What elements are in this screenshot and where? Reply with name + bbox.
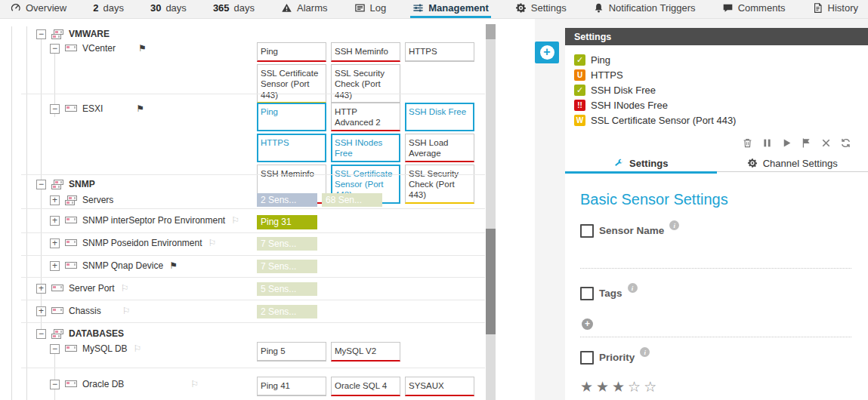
flag-icon[interactable]: ⚑ [169, 261, 178, 270]
sensor-box[interactable]: HTTPS [405, 42, 474, 62]
close-button[interactable] [820, 137, 832, 149]
flag-icon[interactable]: ⚐ [209, 238, 217, 248]
status-up-icon: ✓ [574, 85, 585, 96]
sensor-box[interactable]: Ping [257, 103, 326, 131]
collapse-toggle[interactable]: − [36, 180, 46, 189]
tags-checkbox[interactable] [580, 287, 594, 300]
refresh-button[interactable] [840, 137, 851, 149]
selected-sensor-item[interactable]: WSSL Certificate Sensor (Port 443) [574, 115, 860, 126]
nav-item-management[interactable]: Management [410, 0, 490, 18]
filled-stars[interactable]: ★★★ [580, 379, 628, 395]
collapse-toggle[interactable]: − [36, 329, 46, 339]
tree-label[interactable]: SNMP interSeptor Pro Environment [82, 216, 225, 226]
sensor-box[interactable]: MySQL V2 [331, 342, 400, 362]
nav-item-settings[interactable]: Settings [513, 0, 569, 18]
scrollbar-thumb[interactable] [486, 229, 496, 334]
nav-item-overview[interactable]: Overview [8, 0, 69, 18]
flag-icon[interactable]: ⚐ [190, 380, 199, 389]
selected-sensor-item[interactable]: ✓SSH Disk Free [574, 85, 860, 96]
play-button[interactable] [781, 137, 792, 149]
bell-icon [593, 2, 604, 14]
sensor-box[interactable]: SYSAUX [405, 377, 474, 396]
collapse-toggle[interactable]: − [50, 344, 60, 354]
nav-item-history[interactable]: History [810, 0, 860, 18]
sensor-box[interactable]: SSH Load Average [405, 134, 474, 162]
device-icon [51, 284, 63, 292]
expand-toggle[interactable]: + [36, 306, 46, 316]
selected-sensor-item[interactable]: !!SSH INodes Free [574, 100, 860, 111]
collapse-toggle[interactable]: − [50, 44, 60, 54]
info-icon[interactable]: i [628, 283, 638, 293]
nav-item-alarms[interactable]: Alarms [279, 0, 329, 18]
info-icon[interactable]: i [669, 220, 679, 230]
tree-scrollbar[interactable] [486, 24, 496, 400]
sensor-box[interactable]: Ping 5 [257, 342, 326, 362]
expand-toggle[interactable]: + [50, 261, 60, 271]
priority-stars[interactable]: ★★★☆☆ [580, 378, 851, 395]
tree-label[interactable]: SNMP Qnap Device [82, 261, 163, 271]
sensor-box[interactable]: HTTP Advanced 2 [331, 103, 400, 131]
selected-sensor-item[interactable]: ✓Ping [574, 54, 860, 66]
tab-channel-settings[interactable]: Channel Settings [717, 155, 868, 172]
tree-label[interactable]: DATABASES [69, 329, 124, 339]
tree-label[interactable]: Chassis [69, 306, 101, 316]
flag-icon[interactable]: ⚐ [121, 284, 129, 293]
collapse-toggle[interactable]: − [50, 380, 60, 389]
sensor-count-badge[interactable]: 7 Sens... [257, 260, 317, 273]
collapse-toggle[interactable]: − [36, 29, 46, 39]
sensor-box[interactable]: SSH INodes Free [331, 134, 400, 162]
tree-label[interactable]: SNMP [69, 180, 95, 189]
flag-button[interactable] [801, 137, 812, 149]
expand-toggle[interactable]: + [36, 284, 46, 294]
tree-label[interactable]: SNMP Poseidon Environment [82, 238, 202, 248]
info-icon[interactable]: i [640, 347, 650, 357]
sensor-count-badge[interactable]: 68 Sen... [322, 193, 382, 207]
nav-item-notification-triggers[interactable]: Notification Triggers [591, 0, 698, 18]
flag-icon[interactable]: ⚑ [136, 104, 144, 113]
nav-item-days[interactable]: 30days [148, 0, 189, 18]
flag-icon[interactable]: ⚐ [231, 216, 239, 225]
sensor-count-badge[interactable]: 7 Sens... [257, 237, 317, 251]
nav-item-number: 365 [213, 2, 230, 14]
tree-label[interactable]: Oracle DB [82, 380, 124, 389]
tree-label[interactable]: VMWARE [69, 29, 110, 39]
tree-label[interactable]: Servers [82, 195, 113, 205]
flag-icon[interactable]: ⚐ [122, 306, 131, 315]
nav-item-comments[interactable]: Comments [720, 0, 788, 18]
add-tag-button[interactable]: + [582, 318, 593, 330]
add-sensor-button[interactable]: + [535, 42, 559, 63]
sensor-box[interactable]: Oracle SQL 4 [331, 377, 400, 396]
sensor-box[interactable]: HTTPS [257, 134, 326, 162]
device-icon [65, 380, 77, 388]
tree-label[interactable]: VCenter [82, 44, 116, 54]
expand-toggle[interactable]: + [50, 238, 60, 248]
trash-button[interactable] [742, 137, 753, 149]
nav-item-days[interactable]: 2days [91, 0, 126, 18]
selected-sensor-item[interactable]: UHTTPS [574, 69, 860, 81]
sensor-count-badge[interactable]: Ping 31 [257, 215, 317, 229]
sensor-box[interactable]: SSH Disk Free [405, 103, 474, 131]
tree-label[interactable]: Server Port [69, 284, 115, 294]
tree-device-row: −VCenter⚑PingSSH MeminfoHTTPSSSL Certifi… [0, 42, 535, 94]
sensor-box[interactable]: Ping [257, 42, 326, 62]
sensor-box[interactable]: SSH Meminfo [331, 42, 400, 62]
pause-button[interactable] [761, 137, 773, 149]
nav-item-days[interactable]: 365days [211, 0, 257, 18]
expand-toggle[interactable]: + [50, 216, 60, 226]
sensor-count-badge[interactable]: 2 Sens... [257, 305, 317, 318]
flag-icon[interactable]: ⚑ [138, 44, 147, 53]
collapse-toggle[interactable]: − [50, 104, 60, 114]
sensor-box[interactable]: Ping 41 [257, 377, 326, 396]
sensor-name-checkbox[interactable] [580, 224, 594, 238]
settings-panel-title: Settings [574, 32, 611, 42]
tab-settings[interactable]: Settings [565, 155, 717, 174]
priority-checkbox[interactable] [580, 351, 594, 365]
flag-icon[interactable]: ⚐ [134, 344, 142, 353]
sensor-count-badge[interactable]: 5 Sens... [257, 282, 317, 296]
empty-stars[interactable]: ☆☆ [628, 379, 659, 395]
tree-label[interactable]: MySQL DB [82, 344, 128, 354]
expand-toggle[interactable]: + [50, 195, 60, 205]
tree-label[interactable]: ESXI [82, 104, 103, 114]
sensor-count-badge[interactable]: 2 Sens... [257, 193, 317, 207]
nav-item-log[interactable]: Log [352, 0, 389, 18]
